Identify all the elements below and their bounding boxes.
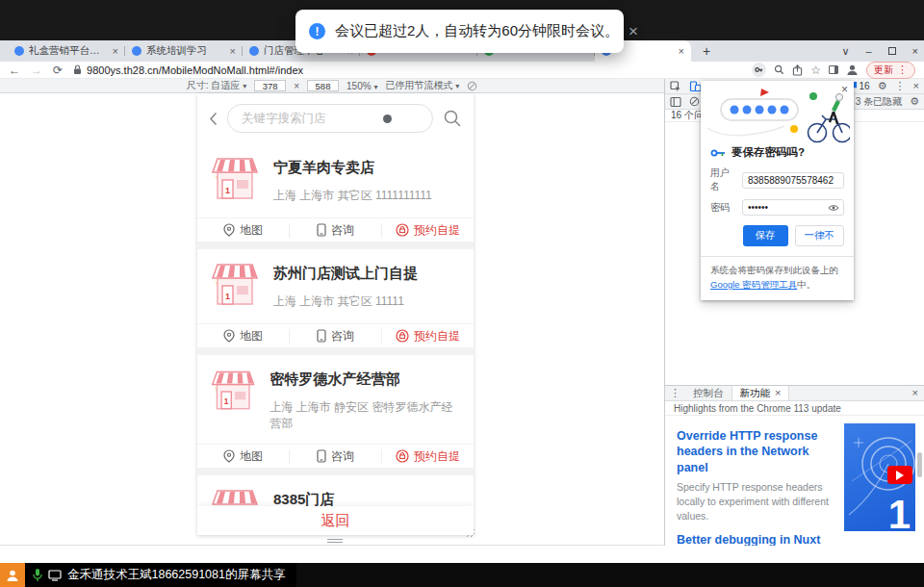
article-link[interactable]: Better debugging in Nuxt and Vite: [677, 532, 842, 546]
share-icon[interactable]: [792, 64, 803, 76]
tab-favicon: [132, 46, 141, 56]
chapter-number: 1: [888, 495, 911, 531]
console-settings-icon[interactable]: ⚙: [910, 96, 919, 107]
dialog-close-icon[interactable]: ×: [841, 83, 848, 96]
close-window-button[interactable]: ×: [912, 45, 918, 57]
svg-text:1: 1: [225, 292, 230, 301]
store-address: 上海 上海市 其它区 11111: [273, 294, 418, 310]
drawer-close-icon[interactable]: ×: [912, 388, 918, 398]
menu-kebab-icon[interactable]: ⋮: [897, 64, 908, 76]
password-key-icon[interactable]: [752, 63, 766, 77]
store-search-bar: 关键字搜索门店: [197, 93, 474, 143]
article-text: Specify HTTP response headers locally to…: [677, 480, 838, 524]
side-panel-icon[interactable]: [829, 65, 838, 74]
username-label: 用户名: [710, 166, 736, 193]
tab-search-chevron-icon[interactable]: ∨: [841, 45, 849, 58]
save-button[interactable]: 保存: [743, 225, 788, 246]
pickup-button[interactable]: 预约自提: [381, 223, 474, 238]
tab-close-icon[interactable]: ×: [230, 45, 236, 57]
password-manager-link[interactable]: Google 密码管理工具: [710, 279, 797, 290]
devtools-kebab-icon[interactable]: ⋮: [895, 81, 906, 91]
svg-text:1: 1: [225, 186, 230, 195]
tab-gift-marketing[interactable]: 礼盒营销平台管理中心 ×: [8, 40, 125, 62]
pickup-button[interactable]: 预约自提: [381, 449, 474, 464]
map-pin-icon: [223, 223, 235, 237]
zoom-icon[interactable]: [774, 64, 784, 75]
tab-whats-new[interactable]: 新功能 ×: [732, 386, 790, 400]
throttling-select[interactable]: 已停用节流模式 ▾: [385, 79, 459, 92]
store-row[interactable]: 1 苏州门店测试上门自提 上海 上海市 其它区 11111: [197, 249, 474, 323]
app-back-chevron-icon[interactable]: [209, 112, 218, 126]
dialog-title: 要保存密码吗?: [732, 145, 805, 160]
devtools-drawer: ⋮ 控制台 新功能 × × Highlights from the Chrome…: [665, 385, 924, 546]
microphone-icon: [33, 568, 42, 582]
map-button[interactable]: 地图: [197, 329, 289, 344]
password-field[interactable]: ••••••: [742, 199, 844, 216]
screen-share-bar: 金禾通技术王斌18662591081的屏幕共享: [0, 563, 924, 587]
storefront-icon: 1: [209, 154, 261, 206]
map-label: 地图: [240, 222, 263, 239]
drawer-tab-bar: ⋮ 控制台 新功能 × ×: [665, 386, 924, 401]
show-password-eye-icon[interactable]: [828, 204, 839, 212]
tab-close-icon[interactable]: ×: [679, 45, 684, 57]
back-icon[interactable]: ←: [9, 64, 20, 76]
store-row[interactable]: 1 密特罗德水产经营部 上海 上海市 静安区 密特罗德水产经营部: [197, 355, 474, 444]
clear-console-icon[interactable]: [689, 96, 700, 107]
phone-icon: [317, 223, 326, 237]
tab-console[interactable]: 控制台: [685, 386, 732, 400]
play-button[interactable]: [887, 466, 912, 484]
consult-button[interactable]: 咨询: [289, 223, 381, 238]
console-sidebar-icon[interactable]: [670, 96, 681, 108]
store-address: 上海 上海市 静安区 密特罗德水产经营部: [270, 399, 462, 432]
sharer-avatar[interactable]: [0, 563, 25, 587]
dimensions-select[interactable]: 尺寸: 自适应 ▾: [187, 79, 246, 92]
app-back-button[interactable]: 返回: [197, 506, 474, 535]
viewport-height-input[interactable]: 588: [307, 80, 339, 91]
url-field[interactable]: 9800ys.th28.cn/MobileModNoMall.html#/ind…: [73, 64, 303, 76]
bookmark-star-icon[interactable]: ☆: [810, 64, 821, 77]
minimize-button[interactable]: –: [865, 45, 871, 57]
consult-label: 咨询: [331, 448, 354, 465]
pickup-button[interactable]: 预约自提: [381, 329, 474, 344]
emulator-drag-handle[interactable]: [327, 539, 343, 545]
tab-close-icon[interactable]: ×: [113, 45, 118, 57]
devtools-settings-icon[interactable]: ⚙: [878, 81, 887, 91]
consult-button[interactable]: 咨询: [289, 449, 381, 464]
zoom-select[interactable]: 150% ▾: [346, 81, 377, 91]
lock-icon: [73, 64, 82, 75]
tab-favicon: [14, 46, 24, 56]
phone-icon: [317, 329, 326, 343]
rotate-disabled-icon[interactable]: [467, 81, 477, 91]
dialog-title-row: 要保存密码吗?: [701, 142, 854, 166]
chrome-update-button[interactable]: 更新 ⋮: [866, 62, 915, 79]
store-actions: 地图 咨询 预约自提: [197, 217, 474, 242]
viewport-width-input[interactable]: 378: [254, 80, 286, 91]
reload-icon[interactable]: ⟳: [53, 64, 63, 76]
tab-label: 系统培训学习: [146, 44, 225, 58]
map-button[interactable]: 地图: [197, 449, 289, 464]
store-row[interactable]: 1 宁夏羊肉专卖店 上海 上海市 其它区 1111111111: [197, 143, 474, 217]
forward-icon[interactable]: →: [31, 64, 42, 76]
map-button[interactable]: 地图: [197, 223, 289, 238]
consult-button[interactable]: 咨询: [289, 329, 381, 344]
new-tab-button[interactable]: +: [703, 43, 710, 59]
tab-close-icon[interactable]: ×: [775, 388, 781, 398]
store-name: 密特罗德水产经营部: [270, 370, 462, 389]
inspect-element-icon[interactable]: [670, 81, 681, 92]
screen-share-icon: [48, 570, 62, 581]
profile-avatar-icon[interactable]: [846, 64, 859, 76]
tab-favicon: [249, 46, 259, 56]
devtools-close-icon[interactable]: ×: [913, 81, 919, 91]
username-field[interactable]: 8385889075578462: [742, 172, 844, 189]
search-icon[interactable]: [443, 109, 462, 128]
toast-close-icon[interactable]: ×: [629, 22, 638, 41]
hidden-messages-link[interactable]: 3 条已隐藏: [856, 95, 902, 109]
dialog-buttons: 保存 一律不: [701, 221, 854, 256]
article-link[interactable]: Override HTTP response headers in the Ne…: [677, 428, 842, 475]
never-button[interactable]: 一律不: [795, 225, 845, 246]
drawer-scrollbar[interactable]: [917, 452, 922, 477]
maximize-button[interactable]: [888, 47, 896, 55]
store-search-input[interactable]: 关键字搜索门店: [227, 104, 433, 133]
tab-training[interactable]: 系统培训学习 ×: [125, 40, 243, 62]
drawer-kebab-icon[interactable]: ⋮: [665, 388, 685, 398]
